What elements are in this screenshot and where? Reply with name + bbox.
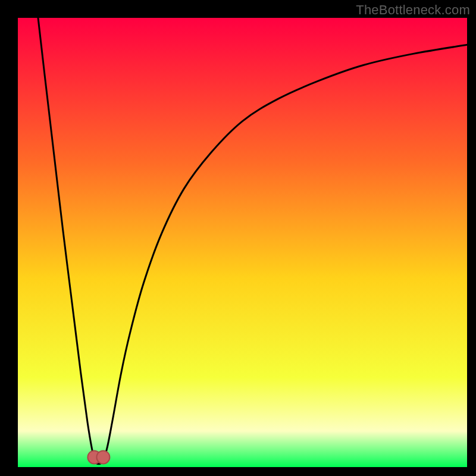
chart-frame: TheBottleneck.com: [0, 0, 476, 476]
plot-area: [18, 18, 467, 467]
chart-canvas: [18, 18, 467, 467]
watermark-text: TheBottleneck.com: [356, 2, 470, 18]
curve-markers: [87, 450, 109, 464]
marker-low-point-right: [96, 450, 109, 464]
